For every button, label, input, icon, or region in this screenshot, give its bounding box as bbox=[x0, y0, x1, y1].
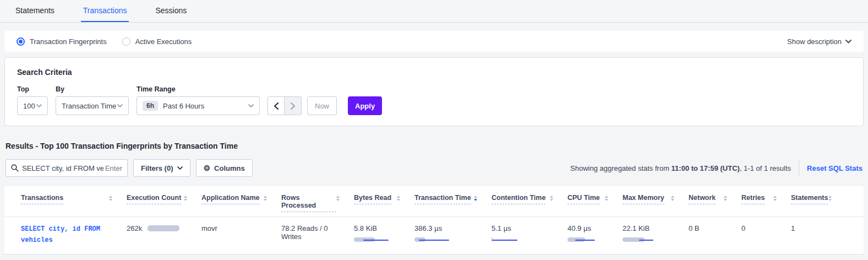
column-header-execution-count: Execution Count bbox=[127, 194, 201, 212]
column-label[interactable]: Retries bbox=[741, 194, 765, 204]
column-label[interactable]: Application Name bbox=[201, 194, 260, 204]
next-time-button[interactable] bbox=[285, 96, 302, 115]
contention-time-bar bbox=[492, 237, 531, 242]
column-label[interactable]: Contention Time bbox=[492, 194, 545, 204]
cpu-time-value: 40.9 µs bbox=[567, 224, 608, 232]
column-header-transaction-time: Transaction Time bbox=[414, 194, 492, 212]
statements-value: 1 bbox=[791, 224, 795, 232]
by-select[interactable]: Transaction Time bbox=[56, 96, 129, 115]
sort-icon-active-desc[interactable] bbox=[474, 196, 477, 201]
cell-application-name: movr bbox=[201, 224, 281, 246]
radio-active-executions[interactable]: Active Executions bbox=[122, 37, 192, 46]
max-memory-bar bbox=[623, 237, 662, 242]
chevron-down-icon bbox=[177, 166, 183, 170]
columns-label: Columns bbox=[214, 164, 245, 172]
radio-label: Active Executions bbox=[135, 37, 192, 46]
results-title: Results - Top 100 Transaction Fingerprin… bbox=[6, 142, 862, 150]
search-box: Enter bbox=[6, 159, 128, 177]
cell-cpu-time: 40.9 µs bbox=[567, 224, 623, 246]
show-description-toggle[interactable]: Show description bbox=[787, 37, 851, 46]
sql-line-2: vehicles bbox=[21, 236, 53, 244]
time-range-field: Time Range 6h Past 6 Hours bbox=[137, 85, 260, 115]
cell-transaction-time: 386.3 µs bbox=[414, 224, 492, 246]
reset-sql-stats-link[interactable]: Reset SQL Stats bbox=[807, 164, 862, 172]
radio-transaction-fingerprints[interactable]: Transaction Fingerprints bbox=[17, 37, 107, 46]
column-header-rows-processed: Rows Processed bbox=[281, 194, 354, 212]
column-label[interactable]: Execution Count bbox=[127, 194, 181, 204]
sort-icon[interactable] bbox=[605, 196, 608, 201]
sort-icon[interactable] bbox=[550, 196, 553, 201]
apply-button[interactable]: Apply bbox=[348, 96, 382, 115]
cell-bytes-read: 5.8 KiB bbox=[354, 224, 414, 246]
application-name-value: movr bbox=[201, 224, 217, 232]
results-controls-row: Enter Filters (0) ⚙ Columns Showing aggr… bbox=[6, 159, 862, 177]
by-label: By bbox=[56, 85, 129, 93]
column-header-statements: Statements bbox=[791, 194, 846, 212]
column-header-retries: Retries bbox=[741, 194, 791, 212]
cell-max-memory: 22.1 KiB bbox=[623, 224, 689, 246]
sort-icon[interactable] bbox=[671, 196, 674, 201]
sort-icon[interactable] bbox=[397, 196, 400, 201]
time-range-value: Past 6 Hours bbox=[163, 102, 204, 110]
previous-time-button[interactable] bbox=[268, 96, 285, 115]
column-label[interactable]: Bytes Read bbox=[354, 194, 391, 204]
show-description-label: Show description bbox=[787, 37, 842, 46]
now-button[interactable]: Now bbox=[307, 96, 337, 115]
radio-unselected-icon[interactable] bbox=[122, 37, 130, 46]
by-field: By Transaction Time bbox=[56, 85, 129, 115]
enter-hint: Enter bbox=[105, 164, 122, 172]
column-header-application-name: Application Name bbox=[201, 194, 281, 212]
sort-icon[interactable] bbox=[828, 196, 832, 201]
chevron-right-icon bbox=[291, 102, 295, 110]
chevron-down-icon bbox=[117, 104, 123, 107]
page-tabbar: Statements Transactions Sessions bbox=[0, 0, 868, 23]
sort-icon[interactable] bbox=[184, 196, 187, 201]
transaction-time-bar bbox=[414, 237, 454, 242]
column-label[interactable]: Max Memory bbox=[623, 194, 664, 204]
divider bbox=[799, 160, 799, 176]
sort-icon[interactable] bbox=[109, 196, 112, 201]
cell-statements: 1 bbox=[791, 224, 846, 246]
aggregated-stats-text: Showing aggregated stats from 11:00 to 1… bbox=[570, 164, 791, 172]
network-value: 0 B bbox=[689, 224, 700, 232]
time-range-label: Time Range bbox=[137, 85, 260, 93]
column-header-cpu-time: CPU Time bbox=[567, 194, 623, 212]
sort-icon[interactable] bbox=[724, 196, 727, 201]
time-step-group bbox=[268, 96, 302, 115]
sort-icon[interactable] bbox=[773, 196, 777, 201]
cell-network: 0 B bbox=[689, 224, 741, 246]
column-label[interactable]: Transaction Time bbox=[414, 194, 471, 204]
max-memory-value: 22.1 KiB bbox=[623, 224, 674, 232]
transaction-fingerprint-link[interactable]: SELECT city, id FROMvehicles bbox=[21, 224, 112, 246]
contention-time-value: 5.1 µs bbox=[492, 224, 553, 232]
sql-line-1: SELECT city, id FROM bbox=[21, 225, 100, 233]
search-input[interactable] bbox=[22, 164, 103, 172]
view-toggle-row: Transaction Fingerprints Active Executio… bbox=[4, 31, 864, 52]
radio-selected-icon[interactable] bbox=[17, 37, 25, 46]
time-range-select[interactable]: 6h Past 6 Hours bbox=[137, 96, 260, 115]
column-label[interactable]: Rows Processed bbox=[281, 194, 336, 212]
table-header-row: Transactions Execution Count Application… bbox=[4, 194, 864, 217]
retries-value: 0 bbox=[741, 224, 745, 232]
column-label[interactable]: Transactions bbox=[21, 194, 63, 204]
top-select-value: 100 bbox=[23, 102, 35, 110]
column-label[interactable]: CPU Time bbox=[567, 194, 600, 204]
column-label[interactable]: Network bbox=[689, 194, 716, 204]
column-header-transactions: Transactions bbox=[21, 194, 127, 212]
column-label[interactable]: Statements bbox=[791, 194, 828, 204]
sort-icon[interactable] bbox=[336, 196, 340, 201]
tab-statements[interactable]: Statements bbox=[13, 0, 57, 22]
top-select[interactable]: 100 bbox=[17, 96, 48, 115]
tab-transactions[interactable]: Transactions bbox=[81, 0, 129, 22]
filters-button[interactable]: Filters (0) bbox=[133, 159, 190, 177]
top-label: Top bbox=[17, 85, 48, 93]
tab-sessions[interactable]: Sessions bbox=[153, 0, 189, 22]
chevron-left-icon bbox=[274, 102, 279, 110]
cell-retries: 0 bbox=[741, 224, 791, 246]
execution-count-bar bbox=[148, 225, 181, 231]
transactions-page: Statements Transactions Sessions Transac… bbox=[0, 0, 868, 260]
sort-icon[interactable] bbox=[264, 196, 267, 201]
column-header-network: Network bbox=[689, 194, 741, 212]
chevron-down-icon bbox=[36, 104, 42, 107]
columns-button[interactable]: ⚙ Columns bbox=[196, 159, 253, 177]
